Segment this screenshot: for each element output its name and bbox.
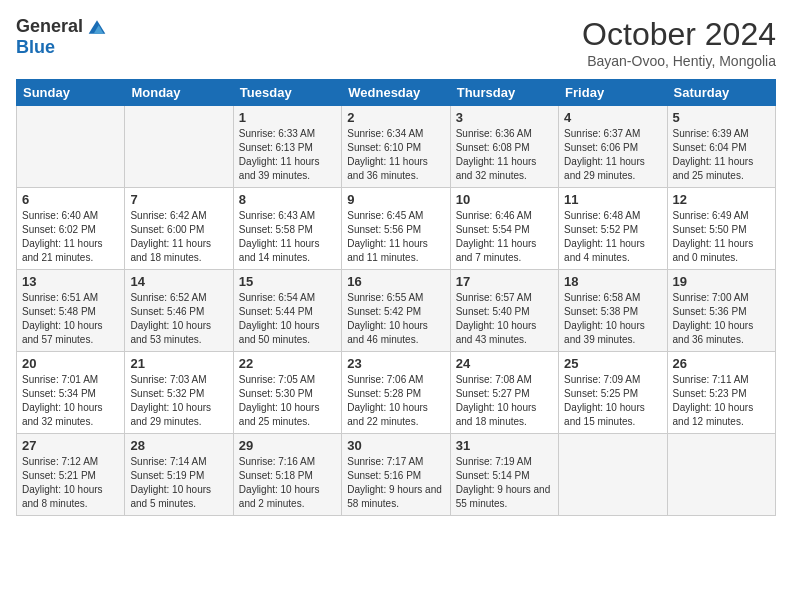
day-info: Sunrise: 6:34 AM Sunset: 6:10 PM Dayligh… — [347, 127, 444, 183]
logo-blue: Blue — [16, 37, 55, 58]
day-number: 23 — [347, 356, 444, 371]
calendar-cell: 27Sunrise: 7:12 AM Sunset: 5:21 PM Dayli… — [17, 434, 125, 516]
calendar-cell: 28Sunrise: 7:14 AM Sunset: 5:19 PM Dayli… — [125, 434, 233, 516]
day-info: Sunrise: 7:09 AM Sunset: 5:25 PM Dayligh… — [564, 373, 661, 429]
day-of-week-saturday: Saturday — [667, 80, 775, 106]
calendar-cell: 2Sunrise: 6:34 AM Sunset: 6:10 PM Daylig… — [342, 106, 450, 188]
day-of-week-monday: Monday — [125, 80, 233, 106]
day-info: Sunrise: 7:16 AM Sunset: 5:18 PM Dayligh… — [239, 455, 336, 511]
day-info: Sunrise: 7:08 AM Sunset: 5:27 PM Dayligh… — [456, 373, 553, 429]
calendar-cell: 24Sunrise: 7:08 AM Sunset: 5:27 PM Dayli… — [450, 352, 558, 434]
week-row-2: 6Sunrise: 6:40 AM Sunset: 6:02 PM Daylig… — [17, 188, 776, 270]
day-info: Sunrise: 6:58 AM Sunset: 5:38 PM Dayligh… — [564, 291, 661, 347]
day-info: Sunrise: 6:42 AM Sunset: 6:00 PM Dayligh… — [130, 209, 227, 265]
day-number: 10 — [456, 192, 553, 207]
month-title: October 2024 — [582, 16, 776, 53]
calendar-cell — [125, 106, 233, 188]
page-header: General Blue October 2024 Bayan-Ovoo, He… — [16, 16, 776, 69]
day-number: 3 — [456, 110, 553, 125]
day-number: 6 — [22, 192, 119, 207]
day-number: 7 — [130, 192, 227, 207]
calendar-cell: 23Sunrise: 7:06 AM Sunset: 5:28 PM Dayli… — [342, 352, 450, 434]
day-info: Sunrise: 7:14 AM Sunset: 5:19 PM Dayligh… — [130, 455, 227, 511]
calendar-cell: 5Sunrise: 6:39 AM Sunset: 6:04 PM Daylig… — [667, 106, 775, 188]
day-number: 15 — [239, 274, 336, 289]
calendar-cell — [667, 434, 775, 516]
calendar-cell: 7Sunrise: 6:42 AM Sunset: 6:00 PM Daylig… — [125, 188, 233, 270]
day-number: 13 — [22, 274, 119, 289]
day-number: 31 — [456, 438, 553, 453]
day-number: 21 — [130, 356, 227, 371]
day-info: Sunrise: 7:12 AM Sunset: 5:21 PM Dayligh… — [22, 455, 119, 511]
calendar-cell: 11Sunrise: 6:48 AM Sunset: 5:52 PM Dayli… — [559, 188, 667, 270]
logo: General Blue — [16, 16, 107, 58]
day-number: 14 — [130, 274, 227, 289]
day-number: 17 — [456, 274, 553, 289]
day-number: 20 — [22, 356, 119, 371]
day-of-week-thursday: Thursday — [450, 80, 558, 106]
week-row-4: 20Sunrise: 7:01 AM Sunset: 5:34 PM Dayli… — [17, 352, 776, 434]
calendar-cell: 6Sunrise: 6:40 AM Sunset: 6:02 PM Daylig… — [17, 188, 125, 270]
calendar-cell: 25Sunrise: 7:09 AM Sunset: 5:25 PM Dayli… — [559, 352, 667, 434]
day-info: Sunrise: 6:55 AM Sunset: 5:42 PM Dayligh… — [347, 291, 444, 347]
day-info: Sunrise: 6:54 AM Sunset: 5:44 PM Dayligh… — [239, 291, 336, 347]
day-info: Sunrise: 6:39 AM Sunset: 6:04 PM Dayligh… — [673, 127, 770, 183]
calendar-cell: 8Sunrise: 6:43 AM Sunset: 5:58 PM Daylig… — [233, 188, 341, 270]
day-info: Sunrise: 6:46 AM Sunset: 5:54 PM Dayligh… — [456, 209, 553, 265]
day-number: 16 — [347, 274, 444, 289]
calendar-cell: 17Sunrise: 6:57 AM Sunset: 5:40 PM Dayli… — [450, 270, 558, 352]
day-number: 28 — [130, 438, 227, 453]
day-number: 26 — [673, 356, 770, 371]
calendar-cell — [17, 106, 125, 188]
day-of-week-sunday: Sunday — [17, 80, 125, 106]
day-of-week-friday: Friday — [559, 80, 667, 106]
day-number: 29 — [239, 438, 336, 453]
calendar-cell: 21Sunrise: 7:03 AM Sunset: 5:32 PM Dayli… — [125, 352, 233, 434]
day-of-week-wednesday: Wednesday — [342, 80, 450, 106]
day-number: 11 — [564, 192, 661, 207]
calendar: SundayMondayTuesdayWednesdayThursdayFrid… — [16, 79, 776, 516]
week-row-5: 27Sunrise: 7:12 AM Sunset: 5:21 PM Dayli… — [17, 434, 776, 516]
calendar-cell: 15Sunrise: 6:54 AM Sunset: 5:44 PM Dayli… — [233, 270, 341, 352]
title-block: October 2024 Bayan-Ovoo, Hentiy, Mongoli… — [582, 16, 776, 69]
calendar-cell: 14Sunrise: 6:52 AM Sunset: 5:46 PM Dayli… — [125, 270, 233, 352]
day-of-week-tuesday: Tuesday — [233, 80, 341, 106]
day-number: 4 — [564, 110, 661, 125]
day-info: Sunrise: 7:00 AM Sunset: 5:36 PM Dayligh… — [673, 291, 770, 347]
day-info: Sunrise: 7:11 AM Sunset: 5:23 PM Dayligh… — [673, 373, 770, 429]
day-number: 9 — [347, 192, 444, 207]
day-number: 2 — [347, 110, 444, 125]
calendar-cell: 26Sunrise: 7:11 AM Sunset: 5:23 PM Dayli… — [667, 352, 775, 434]
calendar-cell: 9Sunrise: 6:45 AM Sunset: 5:56 PM Daylig… — [342, 188, 450, 270]
day-number: 8 — [239, 192, 336, 207]
day-number: 18 — [564, 274, 661, 289]
day-info: Sunrise: 7:03 AM Sunset: 5:32 PM Dayligh… — [130, 373, 227, 429]
day-info: Sunrise: 6:40 AM Sunset: 6:02 PM Dayligh… — [22, 209, 119, 265]
day-info: Sunrise: 6:57 AM Sunset: 5:40 PM Dayligh… — [456, 291, 553, 347]
calendar-header-row: SundayMondayTuesdayWednesdayThursdayFrid… — [17, 80, 776, 106]
day-number: 22 — [239, 356, 336, 371]
calendar-cell: 13Sunrise: 6:51 AM Sunset: 5:48 PM Dayli… — [17, 270, 125, 352]
day-number: 30 — [347, 438, 444, 453]
calendar-cell: 4Sunrise: 6:37 AM Sunset: 6:06 PM Daylig… — [559, 106, 667, 188]
day-number: 19 — [673, 274, 770, 289]
calendar-cell: 18Sunrise: 6:58 AM Sunset: 5:38 PM Dayli… — [559, 270, 667, 352]
calendar-cell: 31Sunrise: 7:19 AM Sunset: 5:14 PM Dayli… — [450, 434, 558, 516]
calendar-cell: 30Sunrise: 7:17 AM Sunset: 5:16 PM Dayli… — [342, 434, 450, 516]
calendar-cell: 3Sunrise: 6:36 AM Sunset: 6:08 PM Daylig… — [450, 106, 558, 188]
day-number: 1 — [239, 110, 336, 125]
day-info: Sunrise: 6:43 AM Sunset: 5:58 PM Dayligh… — [239, 209, 336, 265]
subtitle: Bayan-Ovoo, Hentiy, Mongolia — [582, 53, 776, 69]
calendar-cell: 16Sunrise: 6:55 AM Sunset: 5:42 PM Dayli… — [342, 270, 450, 352]
day-info: Sunrise: 6:45 AM Sunset: 5:56 PM Dayligh… — [347, 209, 444, 265]
calendar-cell — [559, 434, 667, 516]
day-info: Sunrise: 7:19 AM Sunset: 5:14 PM Dayligh… — [456, 455, 553, 511]
day-info: Sunrise: 7:05 AM Sunset: 5:30 PM Dayligh… — [239, 373, 336, 429]
logo-general: General — [16, 16, 83, 37]
day-info: Sunrise: 6:52 AM Sunset: 5:46 PM Dayligh… — [130, 291, 227, 347]
calendar-cell: 29Sunrise: 7:16 AM Sunset: 5:18 PM Dayli… — [233, 434, 341, 516]
day-number: 5 — [673, 110, 770, 125]
day-info: Sunrise: 6:49 AM Sunset: 5:50 PM Dayligh… — [673, 209, 770, 265]
day-number: 12 — [673, 192, 770, 207]
day-number: 25 — [564, 356, 661, 371]
